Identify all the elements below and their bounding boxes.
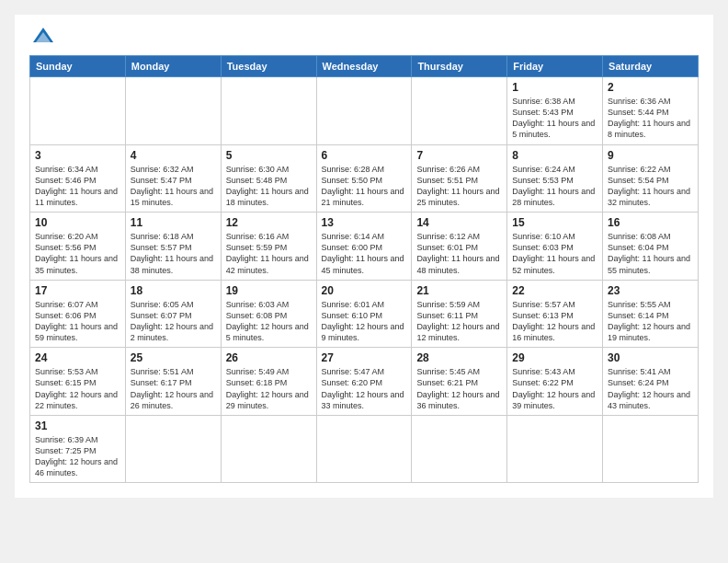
cell-inner: 16Sunrise: 6:08 AM Sunset: 6:04 PM Dayli… [608,216,693,276]
day-number: 18 [131,284,216,297]
day-number: 16 [608,216,693,229]
day-info: Sunrise: 5:45 AM Sunset: 6:21 PM Dayligh… [416,366,502,411]
day-number: 5 [226,149,312,162]
calendar-cell: 6Sunrise: 6:28 AM Sunset: 5:50 PM Daylig… [316,144,412,213]
calendar-cell: 20Sunrise: 6:01 AM Sunset: 6:10 PM Dayli… [316,280,412,348]
calendar-cell: 28Sunrise: 5:45 AM Sunset: 6:21 PM Dayli… [412,348,507,416]
day-number: 24 [35,351,120,364]
cell-inner: 9Sunrise: 6:22 AM Sunset: 5:54 PM Daylig… [608,149,693,209]
day-info: Sunrise: 5:55 AM Sunset: 6:14 PM Dayligh… [608,299,693,344]
day-info: Sunrise: 6:12 AM Sunset: 6:01 PM Dayligh… [416,231,502,276]
day-info: Sunrise: 5:41 AM Sunset: 6:24 PM Dayligh… [608,366,693,411]
day-info: Sunrise: 6:03 AM Sunset: 6:08 PM Dayligh… [226,299,312,344]
cell-inner: 7Sunrise: 6:26 AM Sunset: 5:51 PM Daylig… [416,149,502,209]
day-info: Sunrise: 6:08 AM Sunset: 6:04 PM Dayligh… [608,231,693,276]
day-number: 22 [512,284,597,297]
day-info: Sunrise: 6:26 AM Sunset: 5:51 PM Dayligh… [416,164,502,209]
calendar-cell: 8Sunrise: 6:24 AM Sunset: 5:53 PM Daylig… [507,144,603,213]
cell-inner: 8Sunrise: 6:24 AM Sunset: 5:53 PM Daylig… [512,149,597,209]
day-number: 1 [512,81,597,94]
day-number: 19 [226,284,312,297]
calendar-cell: 25Sunrise: 5:51 AM Sunset: 6:17 PM Dayli… [125,348,221,416]
calendar-week-row: 3Sunrise: 6:34 AM Sunset: 5:46 PM Daylig… [30,144,699,213]
calendar-cell [125,415,221,483]
day-number: 15 [512,216,597,229]
day-info: Sunrise: 5:49 AM Sunset: 6:18 PM Dayligh… [226,366,312,411]
day-info: Sunrise: 6:30 AM Sunset: 5:48 PM Dayligh… [226,164,312,209]
day-info: Sunrise: 6:05 AM Sunset: 6:07 PM Dayligh… [131,299,216,344]
cell-inner: 29Sunrise: 5:43 AM Sunset: 6:22 PM Dayli… [512,351,597,411]
weekday-header-thursday: Thursday [412,56,507,77]
calendar-cell [30,77,126,145]
day-number: 17 [35,284,120,297]
day-info: Sunrise: 5:43 AM Sunset: 6:22 PM Dayligh… [512,366,597,411]
calendar-cell [412,77,507,145]
calendar-week-row: 24Sunrise: 5:53 AM Sunset: 6:15 PM Dayli… [30,348,699,416]
day-number: 31 [35,419,120,432]
calendar-cell: 17Sunrise: 6:07 AM Sunset: 6:06 PM Dayli… [30,280,126,348]
calendar-cell: 12Sunrise: 6:16 AM Sunset: 5:59 PM Dayli… [221,213,316,281]
day-number: 9 [608,149,693,162]
cell-inner: 15Sunrise: 6:10 AM Sunset: 6:03 PM Dayli… [512,216,597,276]
cell-inner: 24Sunrise: 5:53 AM Sunset: 6:15 PM Dayli… [35,351,120,411]
page: SundayMondayTuesdayWednesdayThursdayFrid… [15,15,713,498]
logo-triangle-icon [33,26,53,44]
calendar-cell [221,415,316,483]
day-number: 10 [35,216,120,229]
day-info: Sunrise: 6:32 AM Sunset: 5:47 PM Dayligh… [131,164,216,209]
day-info: Sunrise: 6:28 AM Sunset: 5:50 PM Dayligh… [322,164,407,209]
day-info: Sunrise: 6:24 AM Sunset: 5:53 PM Dayligh… [512,164,597,209]
header [29,26,699,46]
day-number: 12 [226,216,312,229]
cell-inner: 5Sunrise: 6:30 AM Sunset: 5:48 PM Daylig… [226,149,312,209]
day-info: Sunrise: 6:39 AM Sunset: 7:25 PM Dayligh… [35,434,120,479]
day-info: Sunrise: 5:57 AM Sunset: 6:13 PM Dayligh… [512,299,597,344]
calendar-cell: 4Sunrise: 6:32 AM Sunset: 5:47 PM Daylig… [125,144,221,213]
calendar-cell: 22Sunrise: 5:57 AM Sunset: 6:13 PM Dayli… [507,280,603,348]
day-info: Sunrise: 6:34 AM Sunset: 5:46 PM Dayligh… [35,164,120,209]
cell-inner: 23Sunrise: 5:55 AM Sunset: 6:14 PM Dayli… [608,284,693,344]
day-number: 20 [322,284,407,297]
weekday-header-friday: Friday [507,56,603,77]
day-info: Sunrise: 5:53 AM Sunset: 6:15 PM Dayligh… [35,366,120,411]
day-number: 27 [322,351,407,364]
calendar-week-row: 10Sunrise: 6:20 AM Sunset: 5:56 PM Dayli… [30,213,699,281]
day-info: Sunrise: 5:51 AM Sunset: 6:17 PM Dayligh… [131,366,216,411]
calendar-cell [603,415,699,483]
calendar-cell: 18Sunrise: 6:05 AM Sunset: 6:07 PM Dayli… [125,280,221,348]
calendar-cell: 11Sunrise: 6:18 AM Sunset: 5:57 PM Dayli… [125,213,221,281]
calendar-week-row: 31Sunrise: 6:39 AM Sunset: 7:25 PM Dayli… [30,415,699,483]
cell-inner: 25Sunrise: 5:51 AM Sunset: 6:17 PM Dayli… [131,351,216,411]
cell-inner: 20Sunrise: 6:01 AM Sunset: 6:10 PM Dayli… [322,284,407,344]
cell-inner: 27Sunrise: 5:47 AM Sunset: 6:20 PM Dayli… [322,351,407,411]
calendar-cell: 21Sunrise: 5:59 AM Sunset: 6:11 PM Dayli… [412,280,507,348]
day-info: Sunrise: 6:01 AM Sunset: 6:10 PM Dayligh… [322,299,407,344]
day-number: 23 [608,284,693,297]
day-number: 29 [512,351,597,364]
calendar-cell: 31Sunrise: 6:39 AM Sunset: 7:25 PM Dayli… [30,415,126,483]
calendar-cell: 3Sunrise: 6:34 AM Sunset: 5:46 PM Daylig… [30,144,126,213]
cell-inner: 3Sunrise: 6:34 AM Sunset: 5:46 PM Daylig… [35,149,120,209]
calendar-cell [507,415,603,483]
calendar-cell: 10Sunrise: 6:20 AM Sunset: 5:56 PM Dayli… [30,213,126,281]
calendar-cell: 16Sunrise: 6:08 AM Sunset: 6:04 PM Dayli… [603,213,699,281]
weekday-header-sunday: Sunday [30,56,126,77]
weekday-header-wednesday: Wednesday [316,56,412,77]
day-info: Sunrise: 6:36 AM Sunset: 5:44 PM Dayligh… [608,96,693,141]
cell-inner: 10Sunrise: 6:20 AM Sunset: 5:56 PM Dayli… [35,216,120,276]
day-number: 28 [416,351,502,364]
cell-inner: 6Sunrise: 6:28 AM Sunset: 5:50 PM Daylig… [322,149,407,209]
calendar-cell: 13Sunrise: 6:14 AM Sunset: 6:00 PM Dayli… [316,213,412,281]
weekday-header-monday: Monday [125,56,221,77]
cell-inner: 26Sunrise: 5:49 AM Sunset: 6:18 PM Dayli… [226,351,312,411]
day-number: 8 [512,149,597,162]
day-number: 7 [416,149,502,162]
day-number: 4 [131,149,216,162]
cell-inner: 30Sunrise: 5:41 AM Sunset: 6:24 PM Dayli… [608,351,693,411]
day-number: 14 [416,216,502,229]
calendar-cell [221,77,316,145]
day-info: Sunrise: 6:16 AM Sunset: 5:59 PM Dayligh… [226,231,312,276]
calendar-cell: 27Sunrise: 5:47 AM Sunset: 6:20 PM Dayli… [316,348,412,416]
cell-inner: 19Sunrise: 6:03 AM Sunset: 6:08 PM Dayli… [226,284,312,344]
calendar-cell: 5Sunrise: 6:30 AM Sunset: 5:48 PM Daylig… [221,144,316,213]
